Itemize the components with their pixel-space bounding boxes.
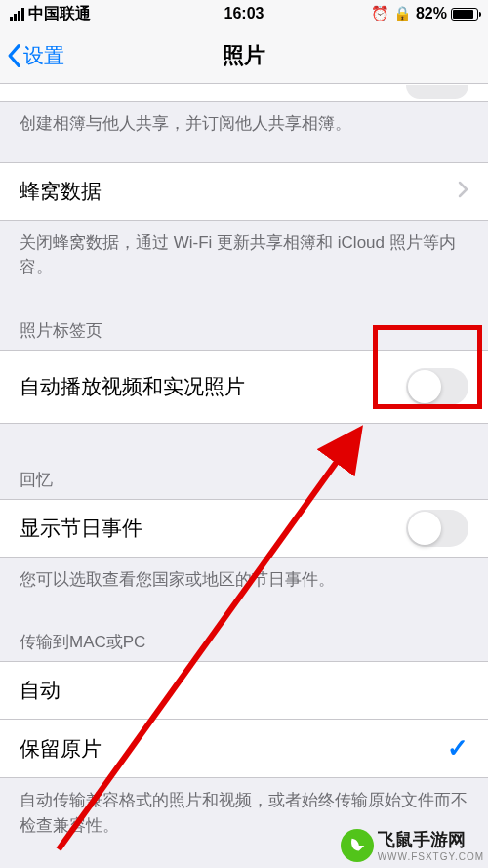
back-label: 设置 xyxy=(23,42,64,69)
transfer-keep-row[interactable]: 保留原片 ✓ xyxy=(0,720,488,778)
holiday-events-toggle[interactable] xyxy=(406,510,468,547)
transfer-auto-row[interactable]: 自动 xyxy=(0,661,488,720)
holiday-events-label: 显示节日事件 xyxy=(20,515,406,542)
watermark-name: 飞鼠手游网 xyxy=(378,830,466,849)
status-bar: 中国联通 16:03 ⏰ 🔒 82% xyxy=(0,0,488,27)
shared-albums-footer: 创建相簿与他人共享，并订阅他人共享相簿。 xyxy=(0,102,488,154)
status-right: ⏰ 🔒 82% xyxy=(371,5,478,22)
battery-percent: 82% xyxy=(416,5,447,22)
memories-header: 回忆 xyxy=(0,424,488,499)
clock-label: 16:03 xyxy=(224,5,264,22)
orientation-lock-icon: 🔒 xyxy=(393,5,412,22)
autoplay-label: 自动播放视频和实况照片 xyxy=(20,373,406,400)
transfer-auto-label: 自动 xyxy=(20,677,468,704)
watermark: 飞鼠手游网 WWW.FSXTGY.COM xyxy=(341,828,484,862)
partial-toggle-icon xyxy=(406,85,468,99)
holiday-events-row: 显示节日事件 xyxy=(0,499,488,558)
transfer-keep-label: 保留原片 xyxy=(20,735,447,763)
autoplay-row: 自动播放视频和实况照片 xyxy=(0,350,488,424)
battery-icon xyxy=(451,8,478,21)
chevron-right-icon xyxy=(458,180,468,203)
checkmark-icon: ✓ xyxy=(447,733,468,764)
memories-footer: 您可以选取查看您国家或地区的节日事件。 xyxy=(0,558,488,610)
status-left: 中国联通 xyxy=(10,4,91,24)
watermark-logo-icon xyxy=(341,829,374,862)
partial-previous-row xyxy=(0,84,488,102)
signal-icon xyxy=(10,8,24,21)
transfer-header: 传输到MAC或PC xyxy=(0,609,488,661)
chevron-left-icon xyxy=(6,43,21,68)
nav-bar: 设置 照片 xyxy=(0,27,488,84)
page-title: 照片 xyxy=(223,41,265,70)
cellular-data-label: 蜂窝数据 xyxy=(20,178,458,205)
back-button[interactable]: 设置 xyxy=(0,42,64,69)
alarm-icon: ⏰ xyxy=(371,5,389,22)
carrier-label: 中国联通 xyxy=(28,4,91,24)
watermark-domain: WWW.FSXTGY.COM xyxy=(378,851,484,862)
cellular-data-row[interactable]: 蜂窝数据 xyxy=(0,162,488,221)
photos-tab-header: 照片标签页 xyxy=(0,298,488,350)
cellular-data-footer: 关闭蜂窝数据，通过 Wi-Fi 更新共享相簿和 iCloud 照片等内容。 xyxy=(0,221,488,298)
autoplay-toggle[interactable] xyxy=(406,368,468,405)
